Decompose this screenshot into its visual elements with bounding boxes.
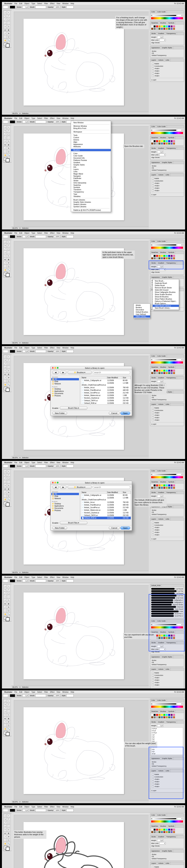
spectrum[interactable] <box>151 17 183 19</box>
tool-button[interactable]: 🔍 <box>7 842 10 845</box>
stroke-weight-field[interactable]: 1 pt <box>22 580 29 582</box>
tool-button[interactable]: ◐ <box>4 28 7 31</box>
menu-item[interactable]: Brush Options... <box>153 302 179 305</box>
swatch[interactable] <box>154 716 156 718</box>
visibility-icon[interactable] <box>152 190 154 192</box>
tool-button[interactable]: Q <box>7 379 10 383</box>
swatch[interactable] <box>163 255 165 257</box>
swatch[interactable] <box>173 140 175 142</box>
panel-tab[interactable]: Links <box>165 862 171 865</box>
opacity-field[interactable]: 100% <box>54 6 60 8</box>
stroke-well[interactable] <box>10 809 15 812</box>
path-dropdown[interactable]: 📁 Brushes ▾ <box>68 371 92 374</box>
panel-tab[interactable]: Brushes <box>159 22 167 24</box>
menu-item[interactable]: Symbol Libraries <box>71 206 111 208</box>
menu-item[interactable]: Flattener Preview <box>71 159 111 161</box>
stroke-well[interactable] <box>10 121 15 123</box>
layer-row[interactable]: Construction <box>151 65 183 67</box>
color-value[interactable]: 0 <box>177 244 183 246</box>
tool-button[interactable]: ↖ <box>7 585 10 588</box>
file-row[interactable]: 📄 Artistic_Ink.ai11/20/06760 KB <box>81 501 131 504</box>
layer-row[interactable]: <Path> <box>151 419 183 421</box>
swatch[interactable] <box>158 257 160 259</box>
panel-tab[interactable]: Actions <box>157 668 165 671</box>
menu-item[interactable]: Stroke <box>71 180 111 182</box>
swatch[interactable] <box>166 829 168 831</box>
file-row[interactable]: 📄 Artistic_PaintBrush.ai11/20/06448 KB <box>81 389 131 392</box>
tool-button[interactable]: ◯ <box>7 592 10 595</box>
swatch[interactable] <box>156 140 158 142</box>
swatch[interactable] <box>161 829 163 831</box>
layer-row[interactable]: Construction <box>151 674 183 677</box>
tool-button[interactable]: ╱ <box>4 18 7 21</box>
tool-button[interactable]: ▭ <box>4 251 7 254</box>
layer-row[interactable]: <Path> <box>151 185 183 187</box>
tool-button[interactable]: ◐ <box>4 487 7 490</box>
panel-tab[interactable]: Default_RGB <box>150 584 162 587</box>
tool-button[interactable]: ╱ <box>4 477 7 480</box>
brush-picker[interactable] <box>35 809 46 812</box>
tool-button[interactable]: ⤢ <box>4 720 7 723</box>
visibility-icon[interactable] <box>152 182 154 184</box>
swatch[interactable] <box>154 143 156 145</box>
swatch[interactable] <box>163 370 165 372</box>
tool-button[interactable]: ◯ <box>7 362 10 365</box>
sidebar-location[interactable]: 📀 HD <box>51 378 79 380</box>
tool-button[interactable]: T <box>7 244 10 247</box>
swatch[interactable] <box>163 716 165 718</box>
layer-row[interactable]: Construction <box>151 180 183 182</box>
stroke-swatch[interactable] <box>6 388 9 392</box>
stroke-weight-field[interactable]: 1 pt <box>22 121 29 123</box>
layer-row[interactable]: Rabbit <box>151 407 183 409</box>
tool-button[interactable]: ▭ <box>4 480 7 484</box>
panel-tab[interactable]: Layers <box>150 59 157 61</box>
panel-tab[interactable]: Transparency <box>165 491 177 494</box>
swatch[interactable] <box>171 143 173 145</box>
tool-button[interactable]: ↻ <box>7 254 10 257</box>
stroke-weight-field[interactable]: 1 pt <box>22 350 29 352</box>
menu-item[interactable]: Type <box>31 806 35 808</box>
menu-item[interactable]: Help <box>71 3 74 4</box>
app-menu[interactable]: Illustrator <box>4 806 12 808</box>
menu-item[interactable]: Object <box>24 232 29 234</box>
swatch[interactable] <box>161 25 163 27</box>
stroke-swatch[interactable] <box>6 503 9 506</box>
panel-tab[interactable]: Transparency <box>165 721 177 723</box>
fill-well[interactable] <box>3 235 8 238</box>
panel-tab[interactable]: Stroke <box>150 491 157 494</box>
tool-button[interactable]: ▭ <box>4 700 7 703</box>
tool-button[interactable]: ⤢ <box>4 147 7 150</box>
menu-item[interactable]: Effect <box>50 691 54 693</box>
file-row[interactable]: 📄 Default_CMYK.ai11/20/06232 KB <box>81 399 131 402</box>
menu-item[interactable]: Type <box>31 462 35 464</box>
sidebar-location[interactable]: 📁 Applications <box>51 390 79 392</box>
swatch[interactable] <box>154 140 156 142</box>
menu-item[interactable]: Swatches <box>71 184 111 186</box>
file-row[interactable]: 📄 Artistic_Calligraphic.ai11/20/0688 KB <box>81 494 131 496</box>
menu-item[interactable]: Window <box>62 3 69 4</box>
menu-item[interactable]: File <box>14 462 17 464</box>
close-icon[interactable] <box>52 367 54 369</box>
weight-field[interactable]: 1 pt <box>157 724 163 727</box>
swatch[interactable] <box>171 25 173 27</box>
weight-option[interactable]: 3 pt <box>151 738 183 740</box>
color-slider[interactable] <box>153 818 176 819</box>
tool-button[interactable]: ⬚ <box>7 595 10 598</box>
tool-button[interactable]: ✥ <box>7 720 10 723</box>
menu-item[interactable]: File <box>14 3 17 4</box>
panel-tab[interactable]: Swatches <box>150 480 159 483</box>
style-picker[interactable] <box>66 6 74 8</box>
appearance-row[interactable]: Default Transparency <box>151 513 183 516</box>
menu-item[interactable]: Type <box>31 232 35 234</box>
swatch[interactable] <box>158 370 160 372</box>
visibility-icon[interactable] <box>152 65 154 67</box>
menu-item[interactable]: Artistic <box>134 304 150 306</box>
visibility-icon[interactable] <box>152 527 154 529</box>
swatch[interactable] <box>151 487 153 489</box>
swatch[interactable] <box>158 143 160 145</box>
col-header[interactable]: Name <box>81 491 107 494</box>
tool-button[interactable]: ✋ <box>4 613 7 616</box>
menu-item[interactable]: Swatch Libraries <box>71 203 111 206</box>
tool-button[interactable]: ↖ <box>7 814 10 817</box>
visibility-icon[interactable] <box>152 531 154 533</box>
